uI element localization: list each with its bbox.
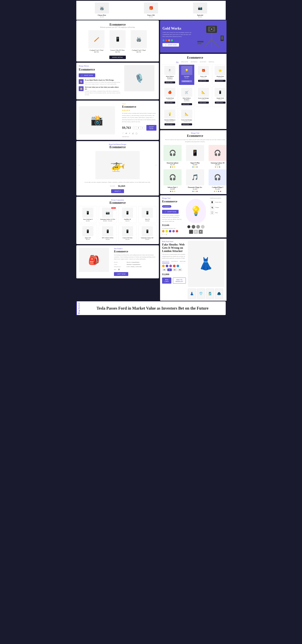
ecr2-item-3[interactable]: 🎧 Infocus Epic 1 $2,000 — [162, 169, 183, 192]
gw-shop-button[interactable]: 🛒 SHOP NOW — [162, 43, 179, 46]
ecr3-thumb-3[interactable] — [201, 225, 205, 228]
ecr1-item-2[interactable]: 🎁 Fancy Gift Auctions SHOP NOW → — [196, 64, 211, 85]
ecr4-size-38[interactable]: 38 — [162, 268, 167, 271]
ecr4-wishlist-button[interactable]: ADD TO WISHLIST — [173, 278, 186, 284]
qty-increase-button[interactable]: + — [141, 126, 144, 129]
ecr3-addprod-2[interactable]: ⌚ Strap — [210, 210, 227, 215]
ecr4-color-2[interactable] — [169, 265, 172, 267]
ecr4-size-42[interactable]: 42 — [173, 268, 177, 271]
ecr1-item-8[interactable]: 💡 Nurture Brilliance Home Network SHOP N… — [162, 108, 178, 127]
ecr1-shop-6[interactable]: SHOP NOW → — [198, 102, 209, 104]
ecr3-variant-2[interactable]: 🔲 — [199, 230, 203, 234]
ecr1-shop-2[interactable]: SHOP NOW → — [198, 80, 209, 82]
ecr4-color-3[interactable] — [173, 265, 176, 267]
product-epicstiel[interactable]: 📷 Epicstiel $9,004 — [193, 2, 207, 18]
ecr3-thumb-2[interactable] — [196, 225, 200, 228]
ecr4-thumb-0[interactable]: 👗 — [188, 289, 196, 299]
ecr1-item-6[interactable]: 📐 Form And Design Attitude SHOP NOW → — [196, 86, 211, 107]
heart-icon[interactable]: ♡ — [122, 132, 124, 135]
ec6-item-5[interactable]: 📱 HTC Desire 10 Pro $2,003 — [99, 225, 117, 242]
ecr4-thumb-3[interactable]: 🧥 — [215, 289, 223, 299]
ecr2-item-2[interactable]: 🎧 Samsung Galaxy S8 $2,000 — [207, 145, 227, 168]
ecr1-item-4[interactable]: 🍎 Fruitful Deal Customers SHOP NOW → — [162, 86, 178, 107]
ecr4-size-40[interactable]: 40 — [167, 268, 172, 271]
ec6-item-3[interactable]: 📱 Vivo V5 $5,060 — [138, 206, 157, 223]
ec6-item-0[interactable]: 📱 Asus ZenFone 5 $2,965 — [79, 206, 97, 223]
ecr4-thumb-2[interactable]: 🎽 — [206, 289, 214, 299]
ecr2-item-5[interactable]: 🎧 Coolpad Mega 3 $1,400 — [207, 169, 227, 192]
ecr3-addprod-0[interactable]: 📱 Screen Saver — [210, 200, 227, 204]
ecr3-variant-1[interactable]: ⬜ — [194, 230, 198, 234]
ecr1-shop-3[interactable]: SHOP NOW → — [215, 80, 226, 82]
ecr4-color-1[interactable] — [166, 265, 168, 267]
ecr4-thumb-1[interactable]: 👕 — [197, 289, 205, 299]
ec1-more-detail-button[interactable]: MORE DETAIL — [109, 56, 126, 59]
ec4-add-review[interactable]: Add Review — [122, 136, 156, 138]
product-choose-best[interactable]: 🖨️ Choose Best $6,550 — [95, 2, 109, 18]
ecr1-shop-9[interactable]: SHOP NOW → — [181, 123, 192, 125]
ecr1-tab-rental[interactable]: RENTAL — [209, 61, 214, 63]
ec6-item-4[interactable]: 📱 Oppo A47 $8,245 — [79, 225, 97, 242]
ec6-item-2[interactable]: 📱 OnePlus 3T $2,215 — [118, 206, 137, 223]
carousel-next-button[interactable]: › — [155, 163, 156, 167]
ecr1-tab-settings[interactable]: SETTINGS — [191, 61, 197, 63]
info-icon[interactable]: ⓘ — [135, 132, 137, 135]
share-instagram-icon[interactable]: in — [166, 234, 167, 236]
ecr1-tab-activity[interactable]: ACTIVITY — [200, 61, 206, 63]
ecr3-shop-button[interactable]: 🛒 SHOP NOW — [162, 210, 179, 214]
ecr1-shop-4[interactable]: SHOP NOW → — [165, 102, 175, 104]
share-icon[interactable]: ↗ — [129, 132, 130, 135]
ecr3-color-4[interactable] — [176, 230, 178, 232]
share-twitter-icon[interactable]: t — [164, 234, 165, 236]
share-facebook-icon[interactable]: f — [162, 234, 163, 236]
ecr1-item-0[interactable]: 🖱️ Make Believe Products Collections SHO… — [162, 64, 178, 85]
ecr1-tab-all[interactable]: ALL — [176, 61, 179, 63]
ec6-item-1[interactable]: NEW 📷 Samsung Galaxy GT Pro $8,964 - $2,… — [99, 206, 117, 223]
ecr4-tab-settings[interactable]: SETTINGS — [171, 260, 178, 263]
ecr1-shop-0[interactable]: SHOP NOW → — [165, 82, 175, 84]
ecr3-variant-0[interactable]: ⬛ — [189, 230, 193, 234]
ecr2-item-0[interactable]: 🎧 Smartron tphone $6,769 — [162, 145, 183, 168]
ecr1-shop-5[interactable]: SHOP NOW → — [181, 103, 192, 105]
ec3-shop-button[interactable]: 🛒 SHOP NOW — [79, 73, 95, 77]
ec6-item-6[interactable]: 📱 Lenovo K6 Note $2,245 — [118, 225, 137, 242]
ec1-product-2[interactable]: 🖨️ Coolpad Cool 1 Dual $9,750 — [130, 30, 148, 53]
ecr3-color-2[interactable] — [169, 230, 171, 232]
ecr1-item-1[interactable]: 💡 Spotlight $7,521 SHOP NOW → — [179, 64, 194, 85]
print-icon[interactable]: 🖨 — [132, 132, 134, 135]
ecr4-color-4[interactable] — [177, 265, 179, 267]
ecr4-size-40b[interactable]: 40 — [178, 268, 182, 271]
ecr4-tab-discount[interactable]: DISCOUNT — [162, 260, 169, 263]
ecr4-color-0[interactable] — [162, 265, 165, 267]
ecr3-thumb-0[interactable] — [187, 225, 191, 228]
ec1-product-0[interactable]: 🪥 Coolpad Cool 1 Dual $9,750 — [87, 30, 105, 53]
ec5-shop-button[interactable]: SHOP IT — [111, 189, 124, 193]
ecr1-shop-8[interactable]: SHOP NOW → — [165, 123, 175, 125]
ec6-item-7[interactable]: 📱 Samsung Galaxy S6+ $2,002 — [138, 225, 157, 242]
ec4-quantity-stepper[interactable]: - 1 + — [133, 126, 144, 130]
carousel-prev-button[interactable]: ‹ — [79, 163, 80, 167]
ecr3-addprod-1[interactable]: 🔌 Charger — [210, 205, 227, 210]
ecr1-item-5[interactable]: 🛒 Make Believe Products Deal About SHOP … — [179, 86, 194, 107]
ecr3-color-0[interactable] — [162, 230, 165, 232]
ec4-shop-button[interactable]: SHOP NOW — [146, 125, 157, 130]
qty-decrease-button[interactable]: - — [133, 126, 136, 129]
ec1-product-1[interactable]: 📱 Lenovo Vibe K5 Note $9,750 — [108, 30, 127, 53]
ecr1-tab-discount[interactable]: DISCOUNT — [181, 61, 188, 63]
ecr1-item-7[interactable]: 📱 Simple Style Privacy SHOP NOW → — [212, 86, 227, 107]
ecr2-item-4[interactable]: 🎵 Panasonic Eluga Arc $2,400 — [185, 169, 206, 192]
ec7-cart-button[interactable]: CART NOW — [114, 272, 128, 276]
compare-icon[interactable]: ⇄ — [125, 132, 127, 135]
ecr3-color-1[interactable] — [166, 230, 168, 232]
ecr3-thumb-1[interactable] — [192, 225, 195, 228]
ecr1-shop-1[interactable]: SHOP NOW → — [181, 80, 192, 82]
ecr3-color-3[interactable] — [172, 230, 175, 232]
ecr2-item-1[interactable]: 📱 Oppo F3 Plus $3,000 — [185, 145, 206, 168]
product-fancy-gilt[interactable]: 🎁 Fancy Gilt $9,565 — [144, 2, 158, 18]
ecr1-item-9[interactable]: 📐 Form And Design Windows 10 SHOP NOW → — [179, 108, 194, 127]
ec3-title: Ecommerce — [79, 68, 121, 71]
ecr4-tab-refund[interactable]: REFUND — [180, 260, 186, 263]
ecr4-add-cart-button[interactable]: ADD CART — [162, 278, 171, 284]
ecr1-shop-7[interactable]: SHOP NOW → — [215, 102, 226, 104]
ecr1-item-3[interactable]: ⭐ Market Best Auctions SHOP NOW → — [212, 64, 227, 85]
